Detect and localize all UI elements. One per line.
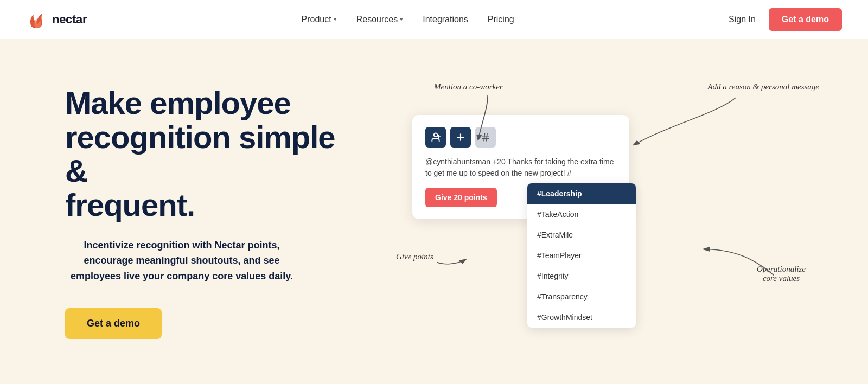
hero-headline: Make employee recognition simple & frequ…	[65, 86, 347, 222]
nav-links: Product ▾ Resources ▾ Integrations Prici…	[302, 15, 514, 24]
dropdown-item-integrity[interactable]: #Integrity	[527, 266, 636, 286]
logo[interactable]: nectar	[26, 9, 87, 30]
logo-icon	[26, 9, 47, 30]
nav-resources[interactable]: Resources ▾	[356, 15, 403, 24]
dropdown-item-growthmindset[interactable]: #GrowthMindset	[527, 307, 636, 328]
resources-chevron-icon: ▾	[400, 16, 403, 23]
nav-actions: Sign In Get a demo	[729, 8, 842, 31]
nav-get-demo-button[interactable]: Get a demo	[769, 8, 842, 31]
annotation-mention: Mention a co-worker	[434, 82, 503, 92]
svg-line-8	[487, 133, 488, 141]
dropdown-item-teamplayer[interactable]: #TeamPlayer	[527, 245, 636, 266]
hero-illustration: Mention a co-worker Add a reason & perso…	[380, 72, 825, 354]
dropdown-item-takeaction[interactable]: #TakeAction	[527, 204, 636, 225]
hero-left: Make employee recognition simple & frequ…	[65, 86, 347, 339]
product-chevron-icon: ▾	[334, 16, 337, 23]
hero-section: Make employee recognition simple & frequ…	[0, 39, 868, 384]
card-message: @cynthiahuntsman +20 Thanks for taking t…	[425, 156, 616, 179]
card-toolbar	[425, 127, 616, 148]
plus-icon	[455, 132, 466, 143]
sign-in-button[interactable]: Sign In	[729, 15, 756, 24]
dropdown-item-extramile[interactable]: #ExtraMile	[527, 225, 636, 245]
nav-pricing[interactable]: Pricing	[488, 15, 514, 24]
annotation-reason: Add a reason & personal message	[707, 82, 819, 92]
hashtag-button[interactable]	[475, 127, 496, 148]
add-button[interactable]	[450, 127, 471, 148]
hero-get-demo-button[interactable]: Get a demo	[65, 308, 162, 339]
person-icon	[430, 132, 441, 143]
logo-text: nectar	[52, 12, 87, 27]
nav-integrations[interactable]: Integrations	[423, 15, 468, 24]
nav-product[interactable]: Product ▾	[302, 15, 337, 24]
add-person-button[interactable]	[425, 127, 446, 148]
svg-line-7	[484, 133, 485, 141]
annotation-core-values: Operationalize core values	[749, 265, 814, 283]
hashtag-dropdown: #Leadership #TakeAction #ExtraMile #Team…	[527, 183, 636, 328]
dropdown-item-leadership[interactable]: #Leadership	[527, 183, 636, 204]
annotation-give-points: Give points	[396, 252, 433, 261]
svg-point-0	[434, 133, 438, 137]
hashtag-icon	[481, 132, 490, 142]
dropdown-item-transparency[interactable]: #Transparency	[527, 286, 636, 307]
hero-subtext: Incentivize recognition with Nectar poin…	[65, 238, 298, 284]
give-points-button[interactable]: Give 20 points	[425, 188, 497, 207]
navbar: nectar Product ▾ Resources ▾ Integration…	[0, 0, 868, 39]
